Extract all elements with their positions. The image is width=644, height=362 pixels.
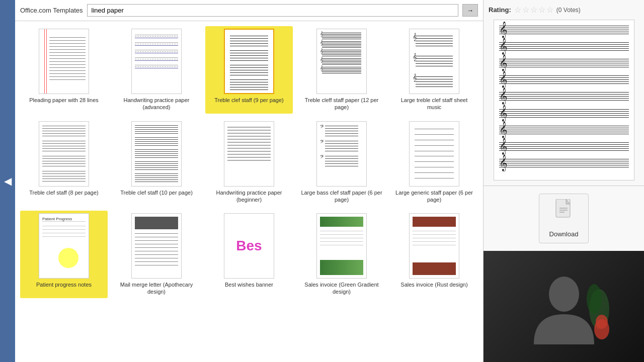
staff-line	[322, 34, 361, 35]
staff-line	[325, 156, 358, 156]
invoice-line	[413, 241, 456, 242]
pleading-hlines	[42, 37, 86, 80]
generic-content	[413, 125, 456, 183]
h-line	[49, 58, 86, 59]
staff-line	[42, 133, 86, 134]
template-thumb	[409, 213, 459, 279]
template-handwriting-advanced[interactable]: Handwriting practice paper (advanced)	[113, 26, 200, 114]
patient-line	[42, 226, 86, 226]
template-label: Pleading paper with 28 lines	[29, 97, 99, 104]
preview-staff-set: 𝄞	[499, 59, 629, 67]
invoice-line	[320, 245, 363, 245]
staff-line	[322, 71, 361, 72]
hw-line	[227, 127, 271, 128]
staff-line	[322, 39, 361, 39]
staff-thumb	[228, 33, 270, 94]
staff-line	[42, 128, 86, 129]
hw-line	[227, 136, 271, 137]
hw-line	[227, 154, 271, 155]
template-treble-12[interactable]: 𝄞 𝄞	[298, 26, 385, 114]
template-thumb: 𝄞 𝄞	[409, 29, 459, 94]
template-bass-6[interactable]: 𝄢 𝄢	[298, 119, 385, 206]
template-label: Treble clef staff (10 per page)	[120, 189, 193, 196]
letter-line	[135, 265, 178, 265]
search-button[interactable]: →	[462, 4, 478, 17]
staff-line	[325, 158, 358, 159]
patient-line	[42, 229, 86, 230]
template-generic-6[interactable]: Large generic staff paper (6 per page)	[390, 119, 478, 206]
main-content: Office.com Templates →	[15, 0, 483, 362]
staff-line	[42, 141, 86, 141]
staff-line	[135, 129, 178, 130]
template-preview: 𝄞 𝄞 𝄞	[494, 20, 634, 180]
staff-line	[416, 58, 453, 59]
preview-staff-line	[499, 96, 629, 97]
template-thumb	[131, 121, 182, 187]
template-treble-8[interactable]: Treble clef staff (8 per page)	[20, 119, 108, 206]
staff-line	[230, 43, 268, 44]
staff-line	[322, 73, 361, 73]
staff-line	[135, 163, 178, 164]
preview-clef-sym: 𝄞	[499, 105, 508, 122]
preview-staff-line	[499, 59, 629, 59]
template-mail-merge[interactable]: Mail merge letter (Apothecary design)	[113, 211, 200, 298]
staff-line	[42, 171, 86, 171]
letter-line	[135, 247, 178, 248]
preview-staff-line	[499, 117, 629, 118]
h-line	[49, 64, 86, 65]
letter-line	[135, 244, 178, 244]
template-patient-progress[interactable]: Patient Progress Patient progress notes	[20, 211, 108, 298]
invoice-line	[320, 234, 363, 235]
staff-line	[230, 38, 268, 39]
staff-set: 𝄞	[320, 41, 363, 48]
preview-staff-line	[499, 34, 629, 34]
staff-line	[42, 161, 86, 161]
template-large-treble[interactable]: 𝄞 𝄞	[390, 26, 478, 114]
cursor-highlight	[58, 248, 78, 268]
hw-line	[227, 157, 271, 158]
staff-line	[135, 169, 178, 170]
star-5[interactable]: ☆	[546, 5, 553, 15]
staff-line	[416, 61, 453, 61]
staff-line	[135, 165, 178, 166]
template-handwriting-beginner[interactable]: Handwriting practice paper (beginner)	[205, 119, 293, 206]
bass-clef-sym: 𝄢	[320, 154, 324, 161]
staff-line	[416, 84, 453, 84]
staff-line	[416, 38, 453, 39]
staff-line	[230, 79, 268, 80]
search-input[interactable]	[87, 4, 458, 17]
staff-line	[42, 146, 86, 146]
template-treble-9[interactable]: Treble clef staff (9 per page)	[205, 26, 293, 114]
staff-set: 𝄞	[413, 35, 456, 47]
staff-line	[322, 37, 361, 38]
template-label: Treble clef staff (9 per page)	[214, 97, 284, 104]
staff-line	[135, 145, 178, 146]
staff-line	[230, 67, 268, 68]
template-pleading-28[interactable]: Pleading paper with 28 lines	[20, 26, 108, 114]
star-3[interactable]: ☆	[530, 5, 537, 15]
staff-set: 𝄢	[320, 140, 363, 152]
stars-container[interactable]: ☆ ☆ ☆ ☆ ☆	[514, 5, 553, 15]
template-sales-green[interactable]: Sales invoice (Green Gradient design)	[298, 211, 385, 298]
preview-staff-line	[499, 77, 629, 78]
template-sales-rust[interactable]: Sales invoice (Rust design)	[390, 211, 478, 298]
template-thumb: 𝄢 𝄢	[316, 121, 367, 187]
staff-line	[135, 127, 178, 128]
star-4[interactable]: ☆	[538, 5, 545, 15]
template-treble-10[interactable]: Treble clef staff (10 per page)	[113, 119, 200, 206]
staff-line	[325, 148, 358, 149]
preview-staff-line	[499, 163, 629, 163]
staff-line	[416, 81, 453, 82]
hw-line	[135, 57, 178, 58]
star-1[interactable]: ☆	[514, 5, 521, 15]
template-best-wishes[interactable]: Bes Best wishes banner	[205, 211, 293, 298]
hw-line	[135, 66, 178, 67]
search-bar: Office.com Templates →	[15, 0, 483, 21]
staff-line	[42, 131, 86, 131]
letter-line	[135, 254, 178, 255]
star-2[interactable]: ☆	[522, 5, 529, 15]
preview-staff-set: 𝄞	[499, 42, 629, 51]
preview-staff-line	[499, 32, 629, 32]
download-button[interactable]: Download	[539, 194, 589, 243]
svg-point-5	[549, 277, 579, 312]
